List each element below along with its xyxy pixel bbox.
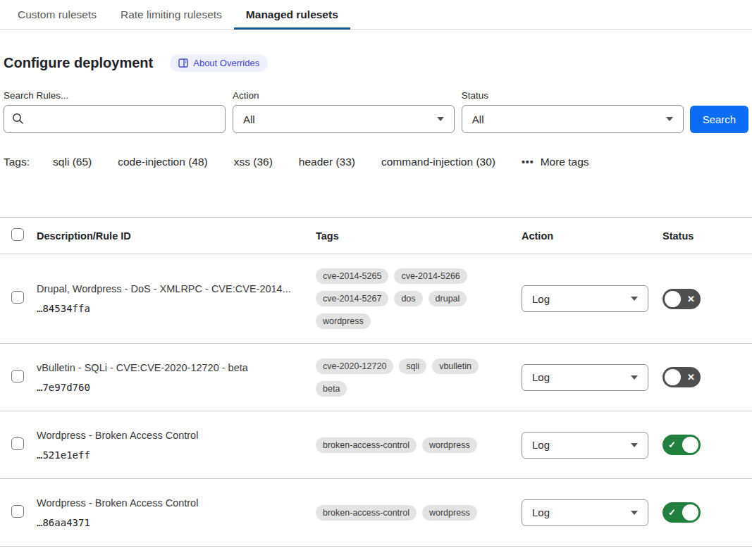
ruleset-tabs: Custom rulesets Rate limiting rulesets M… (0, 0, 752, 30)
rule-description: Drupal, Wordpress - DoS - XMLRPC - CVE:C… (37, 283, 316, 294)
about-overrides-label: About Overrides (193, 58, 259, 68)
ellipsis-icon: ••• (522, 156, 534, 168)
tab-custom-rulesets[interactable]: Custom rulesets (6, 0, 109, 29)
rule-description: Wordpress - Broken Access Control (37, 497, 316, 509)
chevron-down-icon (437, 117, 444, 121)
rule-tags: broken-access-controlwordpress (316, 505, 498, 521)
tag-filter-link[interactable]: header (33) (299, 156, 355, 168)
rule-tags: cve-2014-5265cve-2014-5266cve-2014-5267d… (316, 268, 498, 329)
tab-managed-rulesets[interactable]: Managed rulesets (234, 0, 350, 29)
rule-id: …84534ffa (37, 303, 316, 314)
toggle-knob (665, 291, 681, 307)
rule-tags: cve-2020-12720sqlivbulletinbeta (316, 359, 498, 397)
chevron-down-icon (631, 375, 638, 380)
rule-description: vBulletin - SQLi - CVE:CVE-2020-12720 - … (37, 362, 316, 373)
search-rules-input[interactable] (4, 105, 226, 133)
tags-bar-label: Tags: (4, 156, 30, 168)
tags-list: sqli (65)code-injection (48)xss (36)head… (53, 156, 522, 168)
tag-chip: beta (316, 381, 347, 397)
table-row: Wordpress - Broken Access Control …86aa4… (0, 479, 752, 547)
row-checkbox[interactable] (11, 291, 24, 304)
heading-row: Configure deployment About Overrides (4, 54, 752, 72)
search-button[interactable]: Search (690, 106, 748, 133)
table-row: Drupal, Wordpress - DoS - XMLRPC - CVE:C… (0, 254, 752, 344)
column-header-description: Description/Rule ID (37, 230, 316, 242)
action-filter-select[interactable]: All (233, 105, 455, 133)
tags-bar: Tags: sqli (65)code-injection (48)xss (3… (4, 156, 752, 168)
page-title: Configure deployment (4, 55, 153, 71)
tag-filter-link[interactable]: xss (36) (234, 156, 273, 168)
toggle-knob (682, 437, 698, 453)
table-header: Description/Rule ID Tags Action Status (0, 218, 752, 254)
more-tags-label: More tags (541, 156, 589, 168)
rule-description: Wordpress - Broken Access Control (37, 430, 316, 441)
tag-chip: cve-2020-12720 (316, 359, 393, 374)
filters-row: Search Rules... Action All Status All Se… (4, 90, 748, 133)
tag-chip: wordpress (422, 437, 477, 453)
tag-chip: wordpress (422, 505, 477, 521)
x-icon: ✕ (682, 367, 701, 387)
rule-id: …86aa4371 (37, 517, 316, 528)
tag-chip: wordpress (316, 313, 371, 329)
tag-chip: cve-2014-5267 (316, 291, 388, 306)
tag-chip: broken-access-control (316, 437, 417, 453)
tag-chip: cve-2014-5266 (394, 268, 467, 284)
action-filter-label: Action (233, 90, 455, 101)
row-checkbox[interactable] (11, 505, 24, 518)
column-header-tags: Tags (316, 230, 522, 242)
chevron-down-icon (666, 117, 673, 121)
tag-filter-link[interactable]: sqli (65) (53, 156, 92, 168)
about-overrides-badge[interactable]: About Overrides (170, 54, 268, 72)
tag-chip: cve-2014-5265 (316, 268, 388, 284)
status-filter-value: All (472, 113, 484, 125)
toggle-knob (665, 369, 681, 385)
rule-id: …7e97d760 (37, 382, 316, 393)
more-tags-button[interactable]: ••• More tags (522, 156, 589, 168)
tab-rate-limiting-rulesets[interactable]: Rate limiting rulesets (109, 0, 234, 29)
rule-status-toggle[interactable]: ✓ ✕ (662, 435, 701, 455)
select-all-checkbox[interactable] (11, 228, 24, 241)
rule-tags: broken-access-controlwordpress (316, 437, 498, 453)
row-checkbox[interactable] (11, 437, 24, 450)
column-header-action: Action (522, 230, 662, 242)
action-filter-value: All (243, 113, 255, 125)
table-row: Wordpress - Broken Access Control …521e1… (0, 411, 752, 479)
rule-status-toggle[interactable]: ✓ ✕ (662, 289, 701, 309)
rule-action-value: Log (532, 371, 550, 383)
rule-status-toggle[interactable]: ✓ ✕ (662, 367, 701, 387)
rules-table: Description/Rule ID Tags Action Status D… (0, 217, 752, 547)
rule-action-select[interactable]: Log (522, 364, 648, 391)
tag-chip: dos (394, 291, 422, 306)
check-icon: ✓ (662, 502, 682, 523)
chevron-down-icon (631, 511, 638, 515)
rule-action-value: Log (532, 439, 550, 451)
tag-chip: broken-access-control (316, 505, 417, 521)
search-rules-label: Search Rules... (4, 90, 226, 101)
rule-action-select[interactable]: Log (522, 285, 648, 312)
chevron-down-icon (631, 297, 638, 301)
tag-chip: vbulletin (432, 359, 479, 374)
tag-chip: sqli (399, 359, 426, 374)
rule-status-toggle[interactable]: ✓ ✕ (662, 502, 701, 523)
status-filter-select[interactable]: All (462, 105, 684, 133)
tag-filter-link[interactable]: code-injection (48) (118, 156, 208, 168)
rule-id: …521e1eff (37, 449, 316, 461)
rule-action-select[interactable]: Log (522, 499, 648, 526)
column-header-status: Status (662, 230, 752, 242)
rule-action-value: Log (532, 506, 550, 518)
x-icon: ✕ (682, 289, 701, 309)
row-checkbox[interactable] (11, 370, 24, 382)
toggle-knob (682, 504, 698, 521)
book-icon (178, 58, 188, 68)
chevron-down-icon (631, 443, 638, 447)
rule-action-value: Log (532, 293, 550, 305)
table-row: vBulletin - SQLi - CVE:CVE-2020-12720 - … (0, 344, 752, 411)
check-icon: ✓ (662, 435, 682, 455)
status-filter-label: Status (462, 90, 684, 101)
tag-filter-link[interactable]: command-injection (30) (381, 156, 495, 168)
tag-chip: drupal (429, 291, 467, 306)
rule-action-select[interactable]: Log (522, 432, 648, 459)
